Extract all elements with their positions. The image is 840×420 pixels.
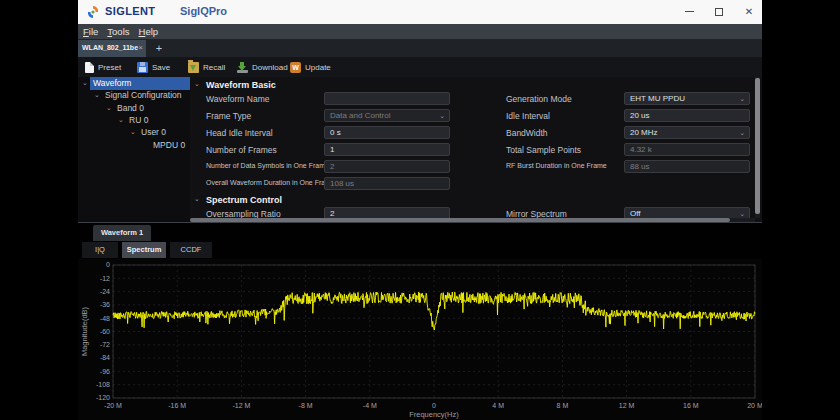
- field-value: 0 s: [330, 128, 341, 137]
- waveform-panel-tab[interactable]: Waveform 1: [93, 225, 151, 241]
- chevron-down-icon: ⌄: [739, 208, 745, 218]
- x-tick-label: 16 M: [683, 402, 699, 409]
- view-tab-ccdf[interactable]: CCDF: [170, 242, 212, 258]
- document-tab-label: WLAN_802_11be: [82, 44, 138, 51]
- siglent-logo-icon: [85, 4, 101, 20]
- field-label: Idle Interval: [506, 111, 550, 121]
- title-bar: SIGLENT SigIQPro ✕: [78, 0, 762, 24]
- close-button[interactable]: ✕: [740, 3, 758, 21]
- y-tick-label: -120: [96, 394, 110, 401]
- input-number-of-data-symbols-in-one-frame[interactable]: 2: [324, 160, 450, 173]
- chevron-down-icon[interactable]: ⌄: [106, 104, 112, 112]
- tree-item-label: User 0: [141, 127, 166, 137]
- download-icon: [237, 62, 248, 73]
- field-label: Number of Frames: [206, 145, 277, 155]
- tree-item-mpdu-0[interactable]: MPDU 0: [78, 140, 190, 152]
- tree-item-waveform[interactable]: ⌄Waveform: [78, 78, 190, 90]
- save-button[interactable]: Save: [137, 57, 170, 77]
- input-head-idle-interval[interactable]: 0 s: [324, 126, 450, 139]
- tree-item-signal-configuration[interactable]: ⌄Signal Configuration: [78, 90, 190, 102]
- input-number-of-frames[interactable]: 1: [324, 143, 450, 156]
- section-title: Spectrum Control: [206, 195, 282, 205]
- input-rf-burst-duration-in-one-frame[interactable]: 88 us: [624, 160, 750, 173]
- tree-item-label: Band 0: [117, 103, 144, 113]
- tree-item-ru-0[interactable]: ⌄RU 0: [78, 115, 190, 127]
- view-tab-spectrum[interactable]: Spectrum: [122, 242, 166, 258]
- minimize-button[interactable]: [680, 3, 698, 21]
- view-tab-iq[interactable]: I|Q: [82, 242, 118, 258]
- menu-item-file[interactable]: File: [83, 26, 98, 37]
- input-idle-interval[interactable]: 20 us: [624, 109, 750, 122]
- chevron-down-icon[interactable]: ⌄: [82, 79, 88, 87]
- menu-item-tools[interactable]: Tools: [107, 26, 129, 37]
- x-tick-label: 20 M: [747, 402, 762, 409]
- y-tick-label: 0: [106, 261, 110, 268]
- x-tick-label: 0: [432, 402, 436, 409]
- field-label: Oversampling Ratio: [206, 209, 281, 218]
- tree-item-label: Waveform: [93, 78, 131, 88]
- chevron-down-icon[interactable]: ⌄: [194, 195, 200, 203]
- tool-button-label: Recall: [203, 63, 225, 72]
- input-waveform-name[interactable]: [324, 92, 450, 105]
- select-generation-mode[interactable]: EHT MU PPDU⌄: [624, 92, 750, 105]
- chevron-down-icon: ⌄: [439, 110, 445, 121]
- tool-button-label: Save: [152, 63, 170, 72]
- field-value: 108 us: [330, 179, 354, 188]
- document-tab-bar: WLAN_802_11be × +: [78, 39, 762, 57]
- field-label: Head Idle Interval: [206, 128, 273, 138]
- maximize-button[interactable]: [710, 3, 728, 21]
- section-title: Waveform Basic: [206, 80, 276, 90]
- close-icon: ✕: [745, 6, 753, 17]
- y-tick-label: -12: [100, 275, 110, 282]
- update-button[interactable]: WUpdate: [290, 57, 331, 77]
- tab-close-icon[interactable]: ×: [138, 43, 143, 52]
- vertical-scrollbar-thumb[interactable]: [755, 78, 760, 214]
- app-window: SIGLENT SigIQPro ✕ FileToolsHelp WLAN_80…: [78, 0, 762, 420]
- maximize-icon: [715, 8, 723, 16]
- x-tick-label: -16 M: [168, 402, 186, 409]
- chevron-down-icon[interactable]: ⌄: [118, 116, 124, 124]
- download-tray: [237, 70, 248, 73]
- brand-text: SIGLENT: [105, 5, 155, 17]
- field-label: RF Burst Duration in One Frame: [506, 162, 607, 169]
- y-tick-label: -36: [100, 301, 110, 308]
- menu-item-label-rest: ile: [89, 26, 99, 37]
- field-label: Waveform Name: [206, 94, 269, 104]
- tree-item-band-0[interactable]: ⌄Band 0: [78, 103, 190, 115]
- input-oversampling-ratio[interactable]: 2: [324, 207, 450, 218]
- download-button[interactable]: Download: [237, 57, 288, 77]
- select-frame-type[interactable]: Data and Control⌄: [324, 109, 450, 122]
- menu-item-help[interactable]: Help: [139, 26, 159, 37]
- field-label: Total Sample Points: [506, 145, 581, 155]
- document-tab-active[interactable]: WLAN_802_11be ×: [78, 40, 146, 57]
- chevron-down-icon: ⌄: [739, 127, 745, 138]
- toolbar: PresetSaveRecallDownloadWUpdate: [78, 57, 762, 77]
- y-axis-title: Magnitude(dB): [80, 306, 89, 356]
- y-tick-label: -60: [100, 328, 110, 335]
- input-overall-waveform-duration-in-one-frame[interactable]: 108 us: [324, 177, 450, 190]
- field-label: Overall Waveform Duration in One Frame: [206, 179, 335, 186]
- preset-button[interactable]: Preset: [85, 57, 121, 77]
- y-tick-label: -84: [100, 354, 110, 361]
- document-icon: [85, 62, 94, 73]
- field-value: 88 us: [630, 162, 650, 171]
- input-total-sample-points[interactable]: 4.32 k: [624, 143, 750, 156]
- select-bandwidth[interactable]: 20 MHz⌄: [624, 126, 750, 139]
- vertical-scrollbar[interactable]: [755, 77, 760, 218]
- y-tick-label: -48: [100, 315, 110, 322]
- field-label: Generation Mode: [506, 94, 572, 104]
- x-tick-label: -4 M: [363, 402, 377, 409]
- menu-bar: FileToolsHelp: [78, 24, 762, 39]
- field-value: EHT MU PPDU: [630, 94, 685, 103]
- x-tick-label: 4 M: [492, 402, 504, 409]
- tree-item-user-0[interactable]: ⌄User 0: [78, 127, 190, 139]
- chevron-down-icon[interactable]: ⌄: [130, 128, 136, 136]
- y-tick-label: -24: [100, 288, 110, 295]
- chevron-down-icon[interactable]: ⌄: [194, 80, 200, 88]
- field-value: 2: [330, 162, 334, 171]
- add-tab-button[interactable]: +: [152, 41, 166, 55]
- select-mirror-spectrum[interactable]: Off⌄: [624, 207, 750, 218]
- recall-button[interactable]: Recall: [188, 57, 225, 77]
- y-tick-label: -72: [100, 341, 110, 348]
- chevron-down-icon[interactable]: ⌄: [94, 91, 100, 99]
